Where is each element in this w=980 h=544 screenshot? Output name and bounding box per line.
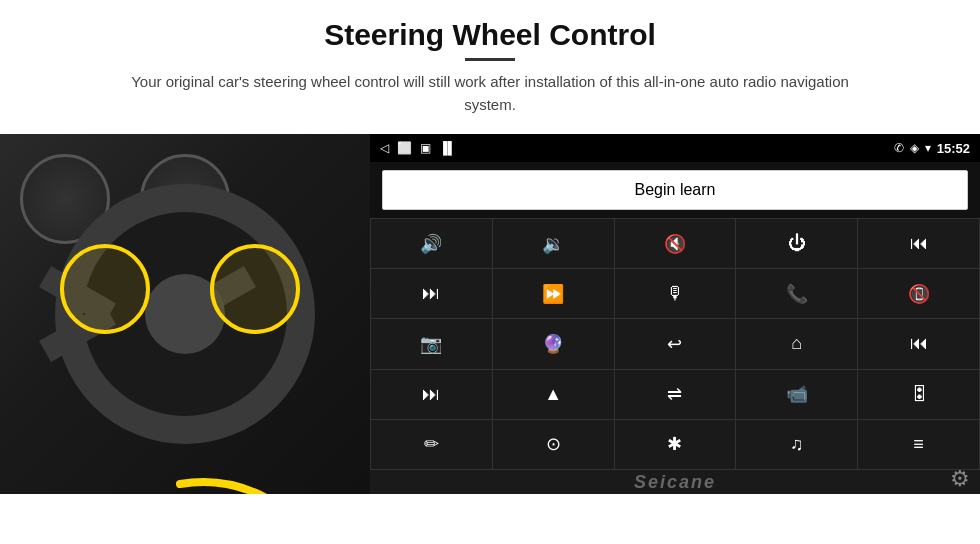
begin-learn-button[interactable]: Begin learn: [382, 170, 968, 210]
android-screen: ◁ ⬜ ▣ ▐▌ ✆ ◈ ▾ 15:52 Begin learn 🔊🔉🔇⏻⏮⏭⏩…: [370, 134, 980, 494]
watermark-bar: Seicane ⚙: [370, 470, 980, 494]
pen-icon[interactable]: ✏: [371, 420, 492, 469]
next-icon[interactable]: ⏭: [371, 269, 492, 318]
signal-icon: ▐▌: [439, 141, 456, 155]
watermark-text: Seicane: [634, 472, 716, 493]
prev-call-icon[interactable]: ⏮: [858, 219, 979, 268]
phone-status-icon: ✆: [894, 141, 904, 155]
content-row: ◁ ⬜ ▣ ▐▌ ✆ ◈ ▾ 15:52 Begin learn 🔊🔉🔇⏻⏮⏭⏩…: [0, 134, 980, 494]
back-icon[interactable]: ◁: [380, 141, 389, 155]
page-title: Steering Wheel Control: [60, 18, 920, 52]
phone-icon[interactable]: 📞: [736, 269, 857, 318]
location-status-icon: ◈: [910, 141, 919, 155]
status-left: ◁ ⬜ ▣ ▐▌: [380, 141, 456, 155]
eq-icon[interactable]: 🎛: [858, 370, 979, 419]
bars-icon[interactable]: ≡: [858, 420, 979, 469]
begin-learn-row: Begin learn: [370, 162, 980, 218]
status-time: 15:52: [937, 141, 970, 156]
camera-icon[interactable]: 📷: [371, 319, 492, 368]
nav-icon[interactable]: ▲: [493, 370, 614, 419]
recorder-icon[interactable]: 📹: [736, 370, 857, 419]
shuffle-icon[interactable]: ⏩: [493, 269, 614, 318]
status-bar: ◁ ⬜ ▣ ▐▌ ✆ ◈ ▾ 15:52: [370, 134, 980, 162]
swap-icon[interactable]: ⇌: [615, 370, 736, 419]
header-section: Steering Wheel Control Your original car…: [0, 0, 980, 126]
home-icon[interactable]: ⌂: [736, 319, 857, 368]
mic-icon[interactable]: 🎙: [615, 269, 736, 318]
music-icon[interactable]: ♫: [736, 420, 857, 469]
highlight-left: [60, 244, 150, 334]
bt-icon[interactable]: ✱: [615, 420, 736, 469]
page-wrapper: Steering Wheel Control Your original car…: [0, 0, 980, 544]
back-icon[interactable]: ↩: [615, 319, 736, 368]
steering-wheel-image: [0, 134, 370, 494]
controls-grid: 🔊🔉🔇⏻⏮⏭⏩🎙📞📵📷🔮↩⌂⏮⏭▲⇌📹🎛✏⊙✱♫≡: [370, 218, 980, 470]
skip-icon[interactable]: ⏭: [371, 370, 492, 419]
360-icon[interactable]: 🔮: [493, 319, 614, 368]
wifi-status-icon: ▾: [925, 141, 931, 155]
hangup-icon[interactable]: 📵: [858, 269, 979, 318]
subtitle-text: Your original car's steering wheel contr…: [110, 71, 870, 116]
status-right: ✆ ◈ ▾ 15:52: [894, 141, 970, 156]
gear-icon[interactable]: ⚙: [950, 466, 970, 492]
circle-icon[interactable]: ⊙: [493, 420, 614, 469]
recent-icon[interactable]: ▣: [420, 141, 431, 155]
prev2-icon[interactable]: ⏮: [858, 319, 979, 368]
power-icon[interactable]: ⏻: [736, 219, 857, 268]
title-divider: [465, 58, 515, 61]
vol-up-icon[interactable]: 🔊: [371, 219, 492, 268]
home-icon[interactable]: ⬜: [397, 141, 412, 155]
vol-down-icon[interactable]: 🔉: [493, 219, 614, 268]
highlight-right: [210, 244, 300, 334]
mute-icon[interactable]: 🔇: [615, 219, 736, 268]
